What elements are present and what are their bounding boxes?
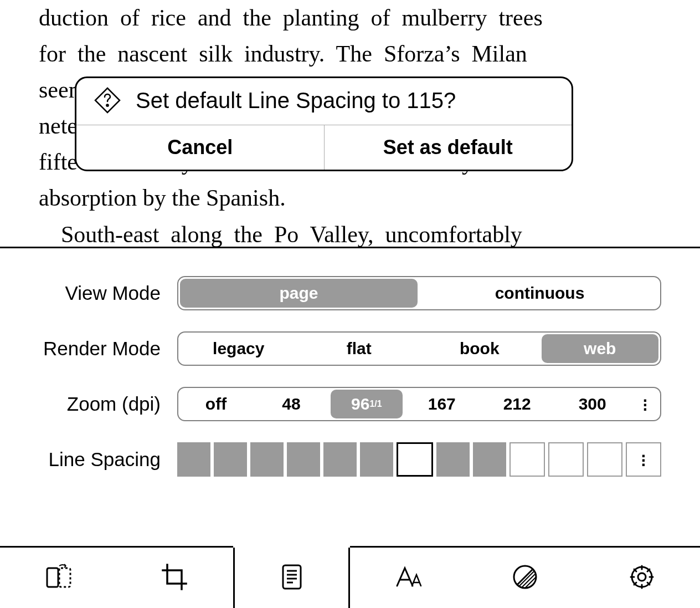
line-spacing-step[interactable] xyxy=(250,442,284,477)
reader-line: for the nascent silk industry. The Sforz… xyxy=(39,36,661,72)
vertical-dots-icon: ··· xyxy=(643,397,647,411)
tab-settings[interactable] xyxy=(583,548,700,608)
tab-font[interactable] xyxy=(350,548,467,608)
view-mode-page[interactable]: page xyxy=(180,279,418,308)
line-spacing-more-button[interactable]: ··· xyxy=(626,442,661,477)
line-spacing-step[interactable] xyxy=(177,442,210,477)
document-icon xyxy=(276,561,307,595)
set-default-button[interactable]: Set as default xyxy=(325,125,572,170)
svg-point-9 xyxy=(638,573,646,581)
dialog-title: Set default Line Spacing to 115? xyxy=(136,88,456,113)
contrast-icon xyxy=(509,561,541,595)
reader-line: absorption by the Spanish. xyxy=(39,180,661,216)
render-mode-legacy[interactable]: legacy xyxy=(180,334,297,363)
font-icon xyxy=(393,561,424,595)
line-spacing-step[interactable] xyxy=(473,442,506,477)
zoom-300[interactable]: 300 xyxy=(557,390,629,418)
line-spacing-step[interactable] xyxy=(397,442,433,477)
zoom-96[interactable]: 961/1 xyxy=(331,390,403,418)
render-mode-row: Render Mode legacy flat book web xyxy=(22,331,661,366)
gear-icon xyxy=(626,561,657,595)
zoom-48[interactable]: 48 xyxy=(255,390,327,418)
line-spacing-label: Line Spacing xyxy=(22,448,177,471)
view-mode-continuous[interactable]: continuous xyxy=(421,279,658,308)
zoom-167[interactable]: 167 xyxy=(406,390,478,418)
line-spacing-step[interactable] xyxy=(214,442,247,477)
cancel-button[interactable]: Cancel xyxy=(76,125,325,170)
line-spacing-row: Line Spacing ··· xyxy=(22,442,661,477)
view-mode-row: View Mode page continuous xyxy=(22,276,661,310)
settings-panel: View Mode page continuous Render Mode le… xyxy=(0,247,700,608)
line-spacing-step[interactable] xyxy=(548,442,584,477)
zoom-row: Zoom (dpi) off 48 961/1 167 212 300 ··· xyxy=(22,387,661,421)
svg-point-0 xyxy=(106,104,108,106)
tab-contrast[interactable] xyxy=(467,548,584,608)
render-mode-toggle: legacy flat book web xyxy=(177,331,661,366)
line-spacing-step[interactable] xyxy=(323,442,357,477)
reader-line: South-east along the Po Valley, uncomfor… xyxy=(39,217,661,247)
confirm-dialog: Set default Line Spacing to 115? Cancel … xyxy=(75,76,573,171)
crop-icon xyxy=(159,561,191,595)
view-mode-label: View Mode xyxy=(22,282,177,304)
view-mode-toggle: page continuous xyxy=(177,276,661,310)
question-icon xyxy=(93,86,122,115)
zoom-212[interactable]: 212 xyxy=(481,390,553,418)
line-spacing-step[interactable] xyxy=(587,442,622,477)
svg-rect-1 xyxy=(47,568,58,587)
render-mode-book[interactable]: book xyxy=(421,334,538,363)
render-mode-label: Render Mode xyxy=(22,338,177,360)
svg-rect-2 xyxy=(59,568,70,587)
zoom-more-button[interactable]: ··· xyxy=(632,390,658,418)
zoom-label: Zoom (dpi) xyxy=(22,393,177,415)
vertical-dots-icon: ··· xyxy=(641,453,646,466)
tab-document[interactable] xyxy=(233,546,350,608)
rotation-icon xyxy=(43,561,74,595)
bottom-tab-bar xyxy=(0,546,700,608)
line-spacing-step[interactable] xyxy=(360,442,393,477)
line-spacing-step[interactable] xyxy=(287,442,320,477)
render-mode-web[interactable]: web xyxy=(542,334,659,363)
reader-line: duction of rice and the planting of mulb… xyxy=(39,0,661,36)
zoom-off[interactable]: off xyxy=(180,390,252,418)
tab-rotation[interactable] xyxy=(0,548,117,608)
tab-crop[interactable] xyxy=(117,548,234,608)
zoom-toggle: off 48 961/1 167 212 300 ··· xyxy=(177,387,661,421)
svg-rect-3 xyxy=(283,565,301,589)
line-spacing-step[interactable] xyxy=(436,442,470,477)
line-spacing-slider: ··· xyxy=(177,442,661,477)
line-spacing-step[interactable] xyxy=(509,442,545,477)
render-mode-flat[interactable]: flat xyxy=(301,334,418,363)
